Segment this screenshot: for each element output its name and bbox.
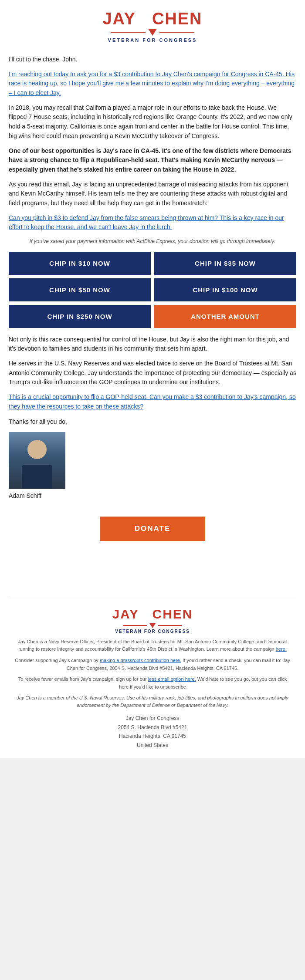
email-container: JAY CHEN VETERAN FOR CONGRESS I'll cut t…	[0, 0, 305, 758]
footer-decoration	[13, 623, 292, 628]
paragraph7: He serves in the U.S. Navy Reserves and …	[9, 359, 296, 387]
paragraph8: This is a crucial opportunity to flip a …	[9, 392, 296, 411]
donate-250-button[interactable]: CHIP IN $250 NOW	[9, 305, 151, 328]
footer-p1-text: Jay Chen is a Navy Reserve Officer, Pres…	[18, 639, 287, 652]
header: JAY CHEN VETERAN FOR CONGRESS	[0, 0, 305, 48]
donate-50-button[interactable]: CHIP IN $50 NOW	[9, 278, 151, 301]
body-content: I'll cut to the chase, John. I'm reachin…	[0, 48, 305, 596]
left-line	[111, 32, 146, 33]
donate-35-button[interactable]: CHIP IN $35 NOW	[154, 252, 296, 275]
donate-10-button[interactable]: CHIP IN $10 NOW	[9, 252, 151, 275]
header-decoration	[9, 29, 296, 36]
footer: JAY CHEN VETERAN FOR CONGRESS Jay Chen i…	[0, 596, 305, 758]
signature-section: Thanks for all you do, Adam Schiff	[9, 417, 296, 500]
paragraph5: Can you pitch in $3 to defend Jay from t…	[9, 213, 296, 232]
footer-triangle-icon	[149, 623, 156, 628]
address-line1: Jay Chen for Congress	[13, 714, 292, 723]
donation-grid: CHIP IN $10 NOW CHIP IN $35 NOW CHIP IN …	[9, 252, 296, 328]
footer-paragraph1: Jay Chen is a Navy Reserve Officer, Pres…	[13, 638, 292, 653]
paragraph5-link[interactable]: Can you pitch in $3 to defend Jay from t…	[9, 214, 284, 231]
name-part2: CHEN	[152, 10, 203, 28]
paragraph1: I'm reaching out today to ask you for a …	[9, 70, 296, 98]
footer-paragraph3: To receive fewer emails from Jay's campa…	[13, 676, 292, 691]
actblue-note: If you've saved your payment information…	[9, 237, 296, 246]
footer-campaign-name: JAY CHEN	[13, 607, 292, 622]
footer-grassroots-link[interactable]: making a grassroots contribution here.	[100, 658, 181, 663]
footer-left-line	[123, 625, 147, 626]
main-donate-section: DONATE	[9, 508, 296, 554]
paragraph3: One of our best opportunities is Jay's r…	[9, 146, 296, 175]
footer-p2-pre: Consider supporting Jay's campaign by	[15, 658, 98, 663]
footer-right-line	[158, 625, 182, 626]
paragraph2: In 2018, you may recall that California …	[9, 103, 296, 141]
address-line4: United States	[13, 741, 292, 750]
person-silhouette	[9, 432, 65, 489]
campaign-subtitle: VETERAN FOR CONGRESS	[9, 37, 296, 43]
greeting: I'll cut to the chase, John.	[9, 55, 296, 64]
address-line3: Hacienda Heights, CA 91745	[13, 732, 292, 740]
footer-less-email-link[interactable]: less email option here.	[148, 676, 196, 682]
footer-disclaimer: Jay Chen is a member of the U.S. Naval R…	[13, 694, 292, 709]
footer-subtitle: VETERAN FOR CONGRESS	[13, 629, 292, 634]
address-line2: 2054 S. Hacienda Blvd #5421	[13, 723, 292, 732]
footer-paragraph2: Consider supporting Jay's campaign by ma…	[13, 657, 292, 672]
donate-other-button[interactable]: ANOTHER AMOUNT	[154, 305, 296, 328]
person-body	[22, 465, 52, 489]
footer-address: Jay Chen for Congress 2054 S. Hacienda B…	[13, 714, 292, 750]
campaign-name: JAY CHEN	[9, 10, 296, 27]
spacer	[9, 554, 296, 589]
signer-name: Adam Schiff	[9, 491, 296, 501]
paragraph4: As you read this email, Jay is facing an…	[9, 180, 296, 208]
paragraph8-link[interactable]: This is a crucial opportunity to flip a …	[9, 393, 296, 410]
paragraph3-text: One of our best opportunities is Jay's r…	[9, 147, 291, 173]
footer-name2: CHEN	[152, 607, 193, 621]
donate-100-button[interactable]: CHIP IN $100 NOW	[154, 278, 296, 301]
name-part1: JAY	[102, 10, 136, 28]
footer-name1: JAY	[112, 607, 139, 621]
signer-photo	[9, 432, 65, 489]
person-head	[27, 440, 47, 459]
right-line	[159, 32, 194, 33]
main-donate-button[interactable]: DONATE	[100, 517, 206, 541]
footer-here-link[interactable]: here.	[276, 646, 287, 652]
thanks-text: Thanks for all you do,	[9, 417, 296, 427]
footer-p3-pre: To receive fewer emails from Jay's campa…	[18, 676, 147, 682]
paragraph6: Not only is this race consequential for …	[9, 335, 296, 354]
triangle-icon	[148, 29, 157, 36]
paragraph1-link[interactable]: I'm reaching out today to ask you for a …	[9, 71, 295, 96]
